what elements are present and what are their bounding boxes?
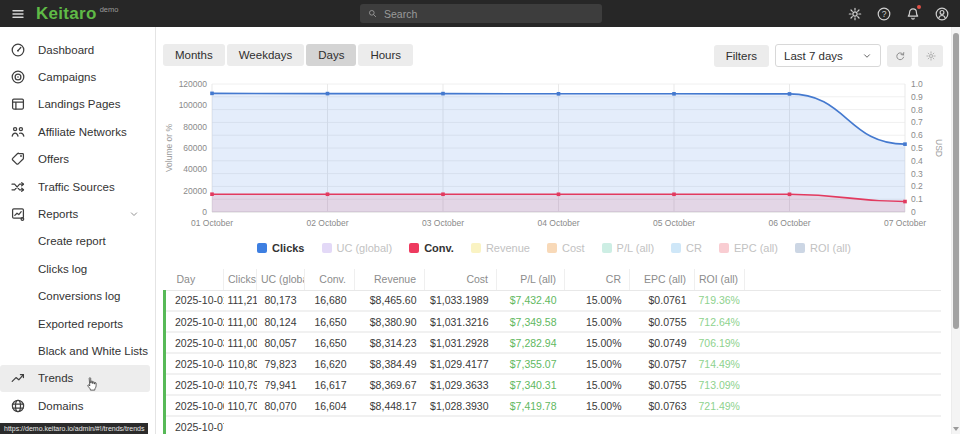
legend-item-cost[interactable]: Cost <box>547 242 585 254</box>
sidebar-item-exported-reports[interactable]: Exported reports <box>0 310 150 337</box>
column-header-revenue[interactable]: Revenue <box>355 269 425 290</box>
table-header-row: DayClicksUC (global)Conv.RevenueCostP/L … <box>165 269 942 290</box>
cell-p-l-all: $7,349.58 <box>497 311 565 332</box>
column-header-epc-all[interactable]: EPC (all) <box>630 269 695 290</box>
cell-filler <box>745 332 942 353</box>
cell-revenue <box>355 416 425 434</box>
legend-item-revenue[interactable]: Revenue <box>471 242 530 254</box>
sidebar-item-label: Create report <box>38 235 106 247</box>
legend-item-clicks[interactable]: Clicks <box>257 242 304 254</box>
column-header-roi-all[interactable]: ROI (all) <box>695 269 745 290</box>
sidebar-item-create-report[interactable]: Create report <box>0 228 150 255</box>
legend-item-p-l-all[interactable]: P/L (all) <box>602 242 655 254</box>
account-icon[interactable] <box>934 6 950 22</box>
legend-item-uc-global[interactable]: UC (global) <box>322 242 393 254</box>
global-search[interactable] <box>360 4 602 23</box>
sidebar-item-landings-pages[interactable]: Landings Pages <box>0 91 150 118</box>
cell-p-l-all: $7,340.31 <box>497 374 565 395</box>
sidebar-item-label: Clicks log <box>38 263 87 275</box>
sidebar-item-label: Traffic Sources <box>38 181 115 193</box>
sidebar-item-domains[interactable]: Domains <box>0 392 150 419</box>
cell-roi-all: 706.19% <box>695 332 745 353</box>
tab-months[interactable]: Months <box>163 44 225 66</box>
legend-item-conv[interactable]: Conv. <box>409 242 454 254</box>
tab-weekdays[interactable]: Weekdays <box>227 44 304 66</box>
cell-uc-global: 79,823 <box>257 353 305 374</box>
settings-icon[interactable] <box>847 6 863 22</box>
column-header-p-l-all[interactable]: P/L (all) <box>497 269 565 290</box>
refresh-icon <box>894 50 906 62</box>
refresh-button[interactable] <box>887 45 912 67</box>
column-header-clicks[interactable]: Clicks <box>224 269 257 290</box>
legend-swatch <box>322 243 332 253</box>
legend-item-epc-all[interactable]: EPC (all) <box>719 242 778 254</box>
shuffle-icon <box>10 179 26 195</box>
sidebar-item-conversions-log[interactable]: Conversions log <box>0 283 150 310</box>
legend-item-cr[interactable]: CR <box>671 242 702 254</box>
app-logo[interactable]: Keitaro demo <box>36 0 118 27</box>
filters-button[interactable]: Filters <box>714 45 769 67</box>
cell-epc-all: $0.0755 <box>630 374 695 395</box>
column-header-filler <box>745 269 942 290</box>
trend-icon <box>10 370 26 386</box>
sidebar-item-label: Exported reports <box>38 318 123 330</box>
scrollbar-thumb[interactable] <box>953 33 959 329</box>
scrollbar-down-arrow-icon[interactable] <box>953 427 959 431</box>
cell-filler <box>745 374 942 395</box>
cell-cost: $1,033.1989 <box>425 290 497 311</box>
legend-item-roi-all[interactable]: ROI (all) <box>795 242 851 254</box>
date-range-select[interactable]: Last 7 days <box>775 44 881 67</box>
cell-cost: $1,029.4177 <box>425 353 497 374</box>
svg-text:0.5: 0.5 <box>911 143 923 153</box>
legend-label: Conv. <box>424 242 454 254</box>
legend-label: P/L (all) <box>617 242 655 254</box>
svg-text:0.9: 0.9 <box>911 92 923 102</box>
cell-clicks: 110,70 <box>224 395 257 416</box>
legend-label: Revenue <box>486 242 530 254</box>
cell-cost: $1,029.3633 <box>425 374 497 395</box>
sidebar-item-label: Domains <box>38 400 83 412</box>
column-header-cr[interactable]: CR <box>565 269 630 290</box>
sidebar-item-affiliate-networks[interactable]: Affiliate Networks <box>0 118 150 145</box>
search-input[interactable] <box>384 8 595 20</box>
legend-swatch <box>671 243 681 253</box>
sidebar-item-campaigns[interactable]: Campaigns <box>0 63 150 90</box>
tab-hours[interactable]: Hours <box>358 44 413 66</box>
svg-text:05 October: 05 October <box>653 218 695 228</box>
notifications-icon[interactable] <box>905 6 921 22</box>
column-header-day[interactable]: Day <box>165 269 224 290</box>
cell-cr: 15.00% <box>565 374 630 395</box>
tab-days[interactable]: Days <box>306 44 356 66</box>
sidebar-item-black-and-white-lists[interactable]: Black and White Lists <box>0 337 150 364</box>
sidebar-item-trends[interactable]: Trends <box>0 365 150 392</box>
cell-epc-all <box>630 416 695 434</box>
chevron-down-icon <box>862 51 872 61</box>
cell-roi-all: 721.49% <box>695 395 745 416</box>
cell-revenue: $8,369.67 <box>355 374 425 395</box>
cell-clicks: 110,80 <box>224 353 257 374</box>
svg-text:?: ? <box>882 9 887 19</box>
toolbar-controls: Filters Last 7 days <box>714 44 943 67</box>
hamburger-menu-icon[interactable] <box>4 0 32 27</box>
column-header-uc-global[interactable]: UC (global) <box>257 269 305 290</box>
chart-settings-button[interactable] <box>918 45 943 67</box>
cell-conv: 16,617 <box>305 374 355 395</box>
cell-cr: 15.00% <box>565 332 630 353</box>
cell-roi-all <box>695 416 745 434</box>
cell-conv: 16,650 <box>305 311 355 332</box>
sidebar-item-clicks-log[interactable]: Clicks log <box>0 255 150 282</box>
svg-text:0.7: 0.7 <box>911 117 923 127</box>
column-header-conv[interactable]: Conv. <box>305 269 355 290</box>
column-header-cost[interactable]: Cost <box>425 269 497 290</box>
sidebar-item-reports[interactable]: Reports <box>0 200 150 227</box>
sidebar-item-traffic-sources[interactable]: Traffic Sources <box>0 173 150 200</box>
cell-clicks: 111,00 <box>224 311 257 332</box>
cell-conv: 16,604 <box>305 395 355 416</box>
table-row: 2025-10-06110,7080,07016,604$8,448.17$1,… <box>165 395 942 416</box>
sidebar-item-offers[interactable]: Offers <box>0 146 150 173</box>
cell-uc-global: 79,941 <box>257 374 305 395</box>
legend-swatch <box>547 243 557 253</box>
vertical-scrollbar[interactable] <box>951 27 960 434</box>
sidebar-item-dashboard[interactable]: Dashboard <box>0 36 150 63</box>
help-icon[interactable]: ? <box>876 6 892 22</box>
